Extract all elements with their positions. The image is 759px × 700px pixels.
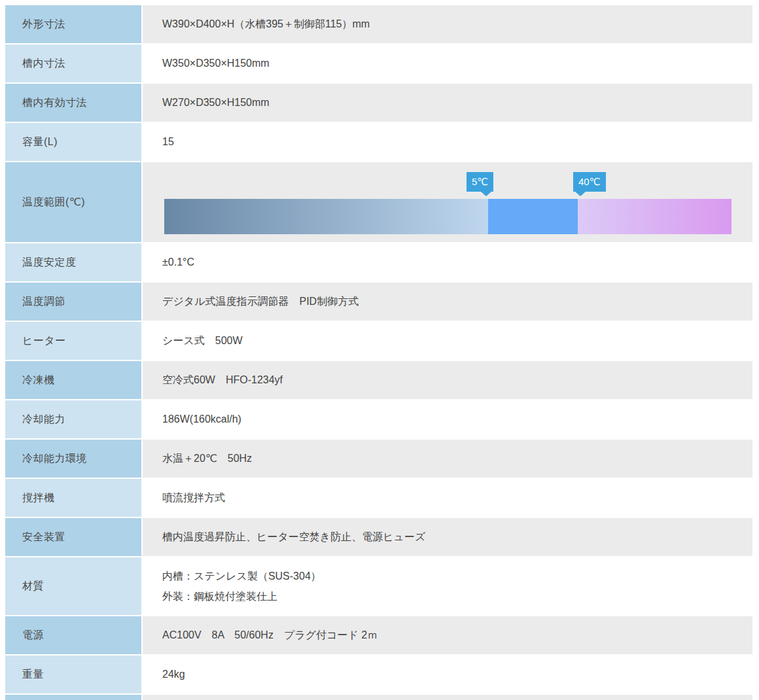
- row-label: 安全装置: [5, 518, 141, 556]
- max-temperature-badge: 40℃: [573, 172, 606, 192]
- row-label: 外形寸法: [5, 5, 141, 43]
- table-row: 槽内有効寸法 W270×D350×H150mm: [5, 84, 752, 122]
- row-label: 温度安定度: [5, 243, 141, 281]
- table-row: 冷却能力 186W(160kcal/h): [5, 400, 752, 438]
- table-row: 槽内寸法 W350×D350×H150mm: [5, 44, 752, 82]
- row-value: 内槽：ステンレス製（SUS-304） 外装：鋼板焼付塗装仕上: [143, 557, 752, 615]
- row-value: W390×D400×H（水槽395＋制御部115）mm: [143, 5, 752, 43]
- table-row-cutoff: [5, 695, 752, 700]
- row-label: 温度調節: [5, 283, 141, 321]
- bar-segment-below-range: [164, 199, 488, 234]
- row-label: 温度範囲(℃): [5, 162, 141, 242]
- table-row: 電源 AC100V 8A 50/60Hz プラグ付コード 2ｍ: [5, 616, 752, 654]
- row-label: 電源: [5, 616, 141, 654]
- row-value: 186W(160kcal/h): [143, 400, 752, 438]
- row-value: ±0.1°C: [143, 243, 752, 281]
- row-label: 冷却能力: [5, 400, 141, 438]
- row-label: 容量(L): [5, 123, 141, 161]
- table-row: 冷却能力環境 水温＋20℃ 50Hz: [5, 440, 752, 478]
- bar-segment-above-range: [578, 199, 732, 234]
- table-row: 重量 24kg: [5, 656, 752, 693]
- row-value: W350×D350×H150mm: [143, 44, 752, 82]
- row-value: シース式 500W: [143, 322, 752, 360]
- row-value: 空冷式60W HFO-1234yf: [143, 361, 752, 399]
- table-row: 安全装置 槽内温度過昇防止、ヒーター空焚き防止、電源ヒューズ: [5, 518, 752, 556]
- row-label: 槽内有効寸法: [5, 84, 141, 122]
- row-value: [143, 695, 752, 700]
- table-row: 温度安定度 ±0.1°C: [5, 243, 752, 281]
- row-value: 噴流撹拌方式: [143, 479, 752, 517]
- row-label: 冷却能力環境: [5, 440, 141, 478]
- temperature-range-cell: 5℃ 40℃: [143, 162, 752, 242]
- table-row-material: 材質 内槽：ステンレス製（SUS-304） 外装：鋼板焼付塗装仕上: [5, 557, 752, 615]
- row-value: デジタル式温度指示調節器 PID制御方式: [143, 283, 752, 321]
- table-row: 冷凍機 空冷式60W HFO-1234yf: [5, 361, 752, 399]
- material-inner-line: 内槽：ステンレス製（SUS-304）: [162, 566, 321, 586]
- table-row: ヒーター シース式 500W: [5, 322, 752, 360]
- table-row: 外形寸法 W390×D400×H（水槽395＋制御部115）mm: [5, 5, 752, 43]
- spec-table: 外形寸法 W390×D400×H（水槽395＋制御部115）mm 槽内寸法 W3…: [5, 5, 752, 700]
- row-label: 重量: [5, 656, 141, 693]
- table-row: 容量(L) 15: [5, 123, 752, 161]
- row-label: 撹拌機: [5, 479, 141, 517]
- table-row-temperature-range: 温度範囲(℃) 5℃ 40℃: [5, 162, 752, 242]
- row-label: 材質: [5, 557, 141, 615]
- bar-segment-operating-range: [488, 199, 578, 234]
- table-row: 撹拌機 噴流撹拌方式: [5, 479, 752, 517]
- table-row: 温度調節 デジタル式温度指示調節器 PID制御方式: [5, 283, 752, 321]
- row-label: 槽内寸法: [5, 44, 141, 82]
- temperature-gradient-bar: 5℃ 40℃: [164, 199, 732, 234]
- row-value: 槽内温度過昇防止、ヒーター空焚き防止、電源ヒューズ: [143, 518, 752, 556]
- row-value: 15: [143, 123, 752, 161]
- row-label: 冷凍機: [5, 361, 141, 399]
- row-value: 水温＋20℃ 50Hz: [143, 440, 752, 478]
- row-value: W270×D350×H150mm: [143, 84, 752, 122]
- row-label: [5, 695, 141, 700]
- row-value: 24kg: [143, 656, 752, 693]
- row-value: AC100V 8A 50/60Hz プラグ付コード 2ｍ: [143, 616, 752, 654]
- material-outer-line: 外装：鋼板焼付塗装仕上: [162, 586, 277, 606]
- min-temperature-badge: 5℃: [467, 172, 493, 192]
- row-label: ヒーター: [5, 322, 141, 360]
